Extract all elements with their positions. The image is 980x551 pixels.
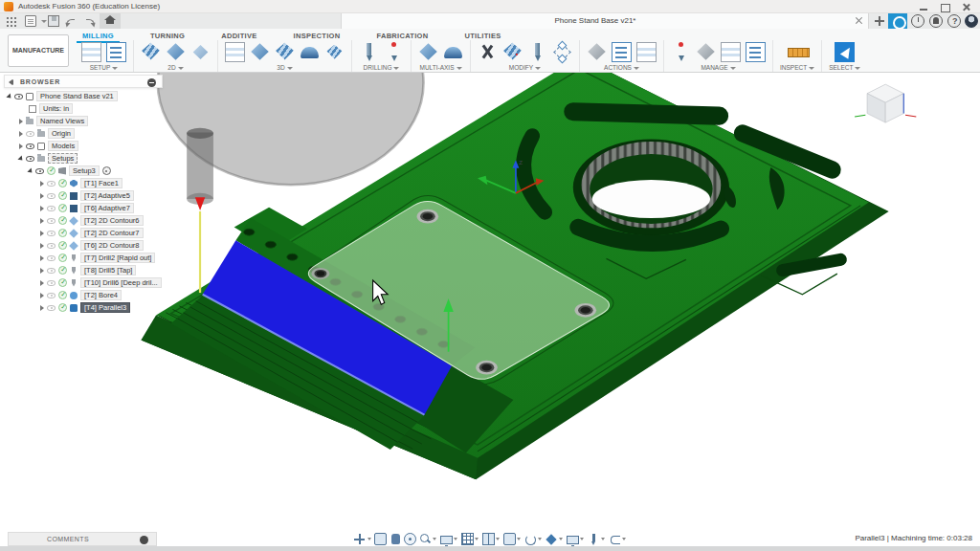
document-tab[interactable]: Phone Stand Base v21* — [341, 13, 869, 29]
visibility-eye-icon[interactable] — [47, 305, 56, 311]
zoom-icon[interactable] — [419, 533, 432, 545]
browser-item-bore4[interactable]: [T2] Bore4 — [40, 289, 122, 301]
expand-icon[interactable] — [27, 167, 33, 174]
expand-icon[interactable] — [40, 268, 44, 274]
visibility-eye-icon[interactable] — [47, 181, 56, 187]
item-label[interactable]: Phone Stand Base v21 — [36, 91, 118, 102]
item-label-selected[interactable]: [T4] Parallel3 — [80, 302, 130, 314]
swarf-icon[interactable] — [418, 42, 438, 62]
appearance-caret-icon[interactable] — [559, 538, 563, 540]
camera-caret-icon[interactable] — [517, 538, 521, 540]
minimize-icon[interactable] — [917, 3, 930, 11]
user-avatar[interactable] — [965, 14, 978, 28]
adaptive-clearing-icon[interactable] — [225, 42, 245, 62]
browser-item-face1[interactable]: [T1] Face1 — [40, 177, 122, 189]
zoom-caret-icon[interactable] — [433, 538, 436, 540]
trim-icon[interactable] — [478, 42, 498, 62]
refresh-caret-icon[interactable] — [538, 538, 542, 540]
parallel-icon[interactable] — [300, 42, 320, 62]
visibility-eye-icon[interactable] — [26, 156, 34, 162]
visibility-eye-icon[interactable] — [26, 143, 34, 149]
comments-bar[interactable]: COMMENTS — [8, 532, 157, 546]
new-tab-icon[interactable] — [875, 16, 884, 26]
refresh-icon[interactable] — [524, 533, 537, 545]
visibility-eye-icon[interactable] — [47, 231, 56, 236]
notifications-icon[interactable] — [929, 14, 943, 28]
scallop-icon[interactable] — [326, 43, 344, 60]
visibility-eye-icon[interactable] — [26, 131, 34, 137]
group-label-multiaxis[interactable]: MULTI-AXIS — [420, 64, 462, 71]
item-label[interactable]: [T8] Drill5 [Tap] — [80, 265, 136, 276]
item-label[interactable]: [T2] Bore4 — [80, 290, 122, 301]
visibility-eye-icon[interactable] — [47, 206, 56, 211]
item-label[interactable]: [T1] Face1 — [80, 178, 122, 189]
tool-display-icon[interactable] — [588, 533, 600, 545]
appearance-icon[interactable] — [546, 533, 558, 545]
visibility-eye-icon[interactable] — [47, 255, 56, 261]
edit-tool-icon[interactable] — [527, 42, 547, 62]
template-library-icon[interactable] — [746, 42, 766, 62]
browser-item-contour8[interactable]: [T6] 2D Contour8 — [40, 239, 144, 252]
collapse-panel-icon[interactable] — [9, 79, 12, 85]
group-label-3d[interactable]: 3D — [277, 64, 292, 71]
visibility-eye-icon[interactable] — [35, 168, 44, 174]
pocket-clearing-icon[interactable] — [250, 42, 270, 62]
file-menu-caret-icon[interactable] — [41, 20, 47, 23]
expand-icon[interactable] — [40, 305, 44, 311]
steep-and-shallow-icon[interactable] — [275, 42, 295, 62]
expand-icon[interactable] — [40, 181, 44, 187]
visibility-eye-icon[interactable] — [47, 243, 56, 249]
setup-active-badge[interactable] — [102, 166, 111, 175]
view-cube[interactable] — [855, 84, 916, 122]
item-label[interactable]: Named Views — [36, 116, 88, 127]
screens-caret-icon[interactable] — [580, 538, 584, 540]
visibility-eye-icon[interactable] — [47, 218, 56, 224]
browser-item-adaptive7[interactable]: [T6] Adaptive7 — [40, 202, 134, 214]
group-label-modify[interactable]: MODIFY — [509, 64, 541, 71]
viewports-caret-icon[interactable] — [496, 538, 500, 540]
item-label[interactable]: Origin — [48, 128, 75, 140]
group-label-drilling[interactable]: DRILLING — [364, 64, 400, 71]
browser-item-root[interactable]: Phone Stand Base v21 — [8, 90, 118, 102]
group-label-2d[interactable]: 2D — [167, 64, 183, 71]
browser-item-models[interactable]: Models — [19, 140, 78, 152]
expand-icon[interactable] — [40, 243, 44, 249]
home-view-icon[interactable] — [100, 13, 121, 29]
group-label-select[interactable]: SELECT — [829, 64, 860, 71]
visibility-eye-icon[interactable] — [47, 268, 56, 274]
2d-pocket-icon[interactable] — [166, 42, 186, 62]
help-icon[interactable] — [947, 14, 961, 28]
item-label[interactable]: Units: in — [39, 103, 73, 115]
tool-library-icon[interactable] — [671, 42, 691, 62]
browser-item-contour6[interactable]: [T2] 2D Contour6 — [40, 214, 144, 227]
g-code-icon[interactable] — [612, 42, 632, 62]
expand-icon[interactable] — [40, 206, 44, 211]
filter-icon[interactable] — [147, 78, 156, 87]
grid-caret-icon[interactable] — [475, 538, 479, 540]
group-label-manage[interactable]: MANAGE — [701, 64, 735, 71]
group-label-actions[interactable]: ACTIONS — [604, 64, 639, 71]
item-label[interactable]: Models — [48, 141, 78, 152]
file-menu-icon[interactable] — [25, 15, 36, 27]
redo-icon[interactable] — [84, 15, 96, 27]
orbit-caret-icon[interactable] — [368, 538, 371, 540]
fit-icon[interactable] — [374, 533, 387, 545]
item-label[interactable]: [T2] 2D Contour6 — [80, 215, 144, 227]
viewport-canvas[interactable]: Z — [0, 73, 980, 551]
orbit-icon[interactable] — [353, 533, 366, 545]
expand-icon[interactable] — [40, 255, 44, 261]
browser-item-drill6[interactable]: [T10] Drill6 [Deep dril... — [40, 276, 162, 289]
browser-item-adaptive5[interactable]: [T2] Adaptive5 — [40, 189, 134, 202]
expand-icon[interactable] — [40, 280, 44, 286]
select-icon[interactable] — [835, 42, 855, 62]
face-icon[interactable] — [192, 43, 210, 60]
expand-icon[interactable] — [19, 119, 23, 124]
expand-icon[interactable] — [40, 231, 44, 236]
workspace-selector[interactable]: MANUFACTURE — [8, 34, 69, 67]
clipping-icon[interactable] — [609, 533, 621, 545]
setup-sheet-icon[interactable] — [636, 42, 657, 62]
machine-library-icon[interactable] — [696, 42, 716, 62]
visibility-eye-icon[interactable] — [47, 193, 56, 199]
display-caret-icon[interactable] — [454, 538, 457, 540]
expand-icon[interactable] — [40, 293, 44, 298]
